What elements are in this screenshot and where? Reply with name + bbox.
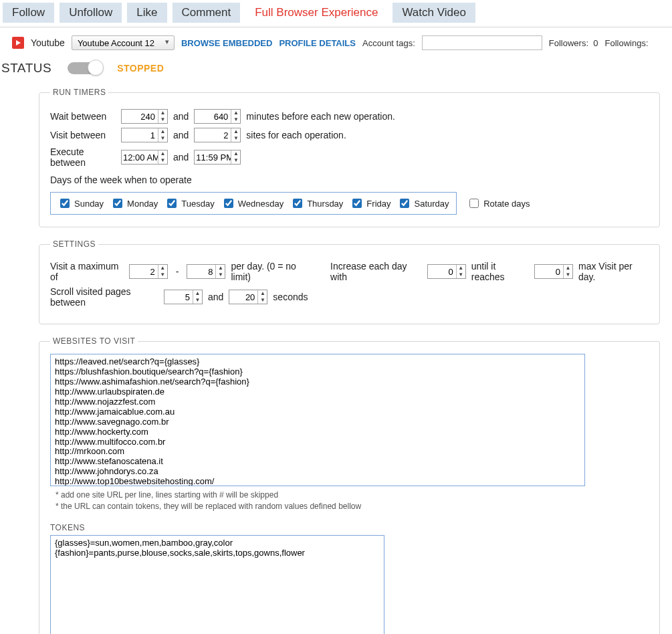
spin-up-icon[interactable]: ▲: [193, 290, 202, 297]
websites-legend: WEBSITES TO VISIT: [50, 336, 138, 346]
until-label: until it reaches: [471, 261, 529, 282]
account-row: Youtube Youtube Account 12 BROWSE EMBEDD…: [0, 27, 672, 54]
max-visit-label: Visit a maximum of: [50, 261, 124, 282]
spin-down-icon[interactable]: ▼: [158, 272, 167, 278]
spin-down-icon[interactable]: ▼: [216, 272, 225, 278]
spin-down-icon[interactable]: ▼: [193, 297, 202, 304]
visit-suffix: sites for each operation.: [246, 130, 346, 140]
browse-embedded-button[interactable]: BROWSE EMBEDDED: [181, 38, 273, 48]
wait-label: Wait between: [50, 111, 116, 122]
execute-label: Execute between: [50, 146, 116, 168]
rotate-days-checkbox[interactable]: Rotate days: [467, 197, 530, 210]
spin-up-icon[interactable]: ▲: [564, 265, 572, 272]
settings-fieldset: SETTINGS Visit a maximum of ▲▼ - ▲▼ per …: [39, 239, 660, 324]
spin-up-icon[interactable]: ▲: [231, 150, 240, 157]
spin-up-icon[interactable]: ▲: [216, 265, 225, 272]
tab-watch-video[interactable]: Watch Video: [393, 3, 475, 23]
spin-down-icon[interactable]: ▼: [231, 135, 240, 142]
followers-label: Followers: 0: [549, 38, 598, 48]
spin-up-icon[interactable]: ▲: [158, 150, 167, 157]
tab-like[interactable]: Like: [127, 3, 166, 23]
status-row: STATUS STOPPED: [0, 54, 672, 88]
increase-label: Increase each day with: [330, 261, 422, 282]
and-label: and: [173, 111, 189, 122]
youtube-icon: [12, 37, 24, 49]
and-label: and: [208, 292, 223, 302]
spin-up-icon[interactable]: ▲: [231, 128, 240, 135]
per-day-label: per day. (0 = no limit): [231, 261, 314, 282]
status-toggle[interactable]: [68, 62, 101, 74]
profile-details-button[interactable]: PROFILE DETAILS: [279, 38, 356, 48]
spin-down-icon[interactable]: ▼: [457, 272, 465, 278]
spin-up-icon[interactable]: ▲: [457, 265, 465, 272]
spin-up-icon[interactable]: ▲: [158, 128, 167, 135]
websites-section: WEBSITES TO VISIT * add one site URL per…: [39, 336, 660, 634]
spin-down-icon[interactable]: ▼: [258, 297, 267, 304]
tab-bar: Follow Unfollow Like Comment Full Browse…: [0, 0, 672, 27]
spin-down-icon[interactable]: ▼: [564, 272, 572, 278]
spin-down-icon[interactable]: ▼: [158, 116, 167, 123]
spin-down-icon[interactable]: ▼: [158, 157, 167, 164]
days-label: Days of the week when to operate: [50, 175, 192, 185]
day-sunday[interactable]: Sunday: [58, 197, 104, 210]
tokens-legend: TOKENS: [50, 523, 649, 532]
days-box: Sunday Monday Tuesday Wednesday Thursday…: [50, 192, 457, 215]
day-tuesday[interactable]: Tuesday: [164, 197, 214, 210]
wait-suffix: minutes before each new operation.: [246, 111, 395, 122]
account-tags-input[interactable]: [422, 35, 542, 50]
spin-down-icon[interactable]: ▼: [231, 116, 240, 123]
spin-up-icon[interactable]: ▲: [158, 265, 167, 272]
max-visit-suffix: max Visit per day.: [578, 261, 649, 282]
status-heading: STATUS: [1, 61, 51, 76]
tab-full-browser[interactable]: Full Browser Experience: [245, 3, 387, 23]
scroll-label: Scroll visited pages between: [50, 286, 158, 308]
tab-comment[interactable]: Comment: [173, 3, 241, 23]
status-value: STOPPED: [117, 63, 164, 74]
day-thursday[interactable]: Thursday: [290, 197, 343, 210]
spin-up-icon[interactable]: ▲: [258, 290, 267, 297]
websites-hint2: * the URL can contain tokens, they will …: [55, 502, 649, 511]
websites-hint1: * add one site URL per line, lines start…: [55, 490, 649, 500]
day-wednesday[interactable]: Wednesday: [221, 197, 284, 210]
range-separator: -: [173, 266, 182, 277]
seconds-label: seconds: [273, 292, 308, 302]
spin-up-icon[interactable]: ▲: [158, 110, 167, 116]
platform-label: Youtube: [31, 37, 65, 48]
and-label: and: [173, 152, 189, 163]
day-monday[interactable]: Monday: [110, 197, 158, 210]
websites-textarea[interactable]: [50, 354, 585, 486]
day-saturday[interactable]: Saturday: [397, 197, 449, 210]
spin-down-icon[interactable]: ▼: [158, 135, 167, 142]
account-tags-label: Account tags:: [362, 38, 415, 48]
tab-follow[interactable]: Follow: [3, 3, 54, 23]
and-label: and: [173, 130, 189, 140]
run-timers-legend: RUN TIMERS: [50, 88, 108, 97]
day-friday[interactable]: Friday: [350, 197, 390, 210]
spin-up-icon[interactable]: ▲: [231, 110, 240, 116]
tokens-textarea[interactable]: [50, 535, 384, 634]
visit-label: Visit between: [50, 130, 116, 140]
followings-label: Followings:: [605, 38, 649, 48]
spin-down-icon[interactable]: ▼: [231, 157, 240, 164]
run-timers-fieldset: RUN TIMERS Wait between ▲▼ and ▲▼ minute…: [39, 88, 660, 227]
tab-unfollow[interactable]: Unfollow: [60, 3, 122, 23]
settings-legend: SETTINGS: [50, 239, 98, 249]
account-select[interactable]: Youtube Account 12: [72, 35, 175, 50]
